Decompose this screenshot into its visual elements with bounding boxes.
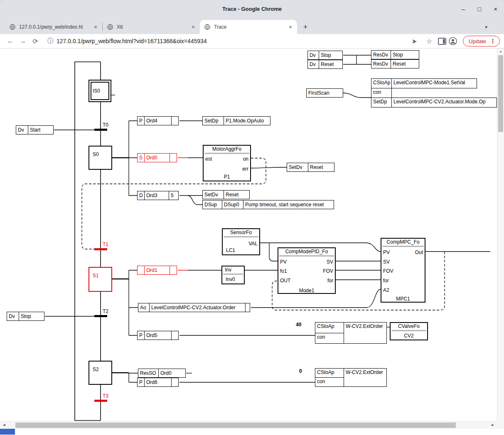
horizontal-scroll-thumb[interactable] <box>15 423 456 428</box>
block-compmpc-fo[interactable]: CompMPC_Fo PV SV FOV for A2 Out MPC1 <box>381 238 425 303</box>
block-separator <box>204 153 249 154</box>
vertical-scroll-thumb[interactable] <box>498 55 503 132</box>
transition-t2[interactable] <box>94 315 107 317</box>
block-inv[interactable]: Inv Inv0 <box>221 266 245 284</box>
reload-icon[interactable]: ⟳ <box>29 37 42 45</box>
action-box-ord0-active[interactable]: S Ord0 <box>137 153 177 162</box>
cell: P1.Mode.OpAuto <box>224 116 270 125</box>
cstoap-top-row0[interactable]: CStoAp <box>371 78 392 88</box>
title-bar: Trace - Google Chrome – □ × <box>0 0 504 17</box>
profile-avatar-icon[interactable] <box>449 37 457 45</box>
cstoap0-value[interactable]: W-CV2.ExtOrder <box>344 368 387 387</box>
cell-empty <box>171 116 179 125</box>
transition-t3-active[interactable] <box>94 400 107 402</box>
update-button[interactable]: Update ⋮ <box>463 36 500 46</box>
action-box-resdv-stop[interactable]: ResDv Stop <box>371 50 419 59</box>
tab-label: Trace <box>214 24 284 30</box>
cstoap-top-val0[interactable]: LevelControlMPC-Mode1.SetVal <box>391 78 477 88</box>
horizontal-scrollbar[interactable]: ◀ ▶ <box>0 421 497 429</box>
close-icon[interactable]: × <box>494 5 497 12</box>
step-s2[interactable]: S2 <box>89 361 112 385</box>
action-box-ord3[interactable]: D Ord3 5 <box>137 191 179 200</box>
page-info-icon[interactable]: ⓘ <box>47 37 53 45</box>
cell: Stop <box>391 50 419 59</box>
cell-empty <box>170 153 177 162</box>
cstoap0-row1[interactable]: con <box>315 377 344 387</box>
tab-label: 127.0.0.1/pwrp_web/index.ht <box>19 24 89 30</box>
cell: Ord5 <box>144 331 172 340</box>
pin-out: Out <box>415 249 423 256</box>
wire <box>269 243 278 261</box>
bottom-strip <box>0 429 504 435</box>
cell: Ord0 <box>158 369 186 378</box>
cell: SetDv <box>287 163 308 172</box>
tab-index[interactable]: 127.0.0.1/pwrp_web/index.ht × <box>5 20 102 34</box>
transition-t0[interactable] <box>94 129 107 131</box>
step-is0[interactable]: IS0 <box>89 80 111 102</box>
tab-trace-active[interactable]: Trace × <box>200 20 297 34</box>
side-panel-icon[interactable] <box>438 38 446 45</box>
cstoap-top-row2[interactable]: SetDp <box>371 98 392 108</box>
pin-on: on <box>243 156 248 162</box>
maximize-icon[interactable]: □ <box>477 5 481 12</box>
kebab-menu-icon[interactable]: ⋮ <box>490 38 496 44</box>
scroll-right-icon[interactable]: ▶ <box>489 422 496 428</box>
url-text[interactable]: 127.0.0.1/pwrp_web/flow.html?vid=1671136… <box>57 38 207 44</box>
cstoap40-row0[interactable]: CStoAp <box>315 322 344 333</box>
cell-empty <box>171 331 179 340</box>
cstoap0-row0[interactable]: CStoAp <box>315 368 344 378</box>
cstoap-top-row1[interactable]: con <box>371 88 392 98</box>
pin-val: VAL <box>248 240 258 247</box>
address-bar[interactable]: ⓘ 127.0.0.1/pwrp_web/flow.html?vid=16711… <box>47 37 408 45</box>
back-icon[interactable]: ← <box>4 37 17 45</box>
action-box-resso[interactable]: ResSO Ord0 <box>138 369 186 378</box>
cstoap40-value[interactable]: W-CV2.ExtOrder <box>344 322 387 344</box>
action-box-ord6[interactable]: P Ord6 <box>137 378 179 387</box>
block-motoraggrfo[interactable]: MotorAggrFo est on err P1 <box>203 145 251 181</box>
block-compmodepid-fo[interactable]: CompModePID_Fo PV fo1 OUT SV FOV for Mod… <box>278 247 336 294</box>
transition-t1-active[interactable] <box>94 248 107 250</box>
tab-close-icon[interactable]: × <box>287 24 294 30</box>
minimize-icon[interactable]: – <box>462 5 465 12</box>
wire <box>129 121 137 196</box>
action-box-ao-order[interactable]: Ao LevelControlMPC-CV2.Actuator.Order <box>138 303 250 312</box>
forward-icon[interactable]: → <box>17 37 29 45</box>
tab-overflow-icon[interactable]: ▾ <box>485 24 487 30</box>
block-cvalvefo[interactable]: CValveFo CV2 <box>390 322 428 340</box>
cond-box-dv-reset[interactable]: Dv Reset <box>307 60 343 69</box>
action-box-setdv-reset2[interactable]: SetDv Reset <box>202 190 250 199</box>
action-box-dsup[interactable]: DSup DSup0 Pump timeout, start sequence … <box>202 200 334 209</box>
cond-box-firstscan[interactable]: FirstScan <box>306 88 343 98</box>
block-title: Inv <box>222 267 244 273</box>
tab-xtt[interactable]: Xtt × <box>103 20 200 34</box>
tab-close-icon[interactable]: × <box>92 24 99 30</box>
cstoap-top-val2[interactable]: LevelControlMPC-CV2.Actuator.Mode.Op <box>391 98 497 108</box>
scroll-up-icon[interactable]: ▲ <box>497 49 504 54</box>
cond-box-dv-start[interactable]: Dv Start <box>16 125 54 134</box>
send-icon[interactable]: ➤ <box>408 37 420 45</box>
step-s0[interactable]: S0 <box>89 146 112 170</box>
cstoap40-row1[interactable]: con <box>315 333 344 344</box>
step-s1-active[interactable]: S1 <box>89 267 112 292</box>
pin-a2: A2 <box>383 287 389 293</box>
globe-favicon-icon <box>9 24 16 30</box>
new-tab-button[interactable]: + <box>300 21 311 33</box>
action-box-ord5[interactable]: P Ord5 <box>137 331 179 340</box>
cell: Ord6 <box>144 378 172 387</box>
block-sensorfo[interactable]: SensorFo VAL LC1 <box>222 228 260 255</box>
bookmark-star-icon[interactable]: ☆ <box>423 37 435 45</box>
cond-box-dv-stop[interactable]: Dv Stop <box>307 51 343 60</box>
scroll-left-icon[interactable]: ◀ <box>1 422 7 428</box>
action-box-setdp[interactable]: SetDp P1.Mode.OpAuto <box>202 116 270 125</box>
flow-trace-canvas: Dv Stop Dv Reset ResDv Stop ResDv Reset … <box>0 49 497 421</box>
action-box-resdv-reset[interactable]: ResDv Reset <box>371 59 419 68</box>
action-box-ord1-active[interactable]: Ord1 <box>137 266 177 275</box>
cond-box-dv-stop-left[interactable]: Dv Stop <box>7 312 44 321</box>
tab-close-icon[interactable]: × <box>190 24 197 30</box>
globe-favicon-icon <box>204 24 211 30</box>
action-box-setdv-reset[interactable]: SetDv Reset <box>287 163 334 172</box>
block-sublabel: P1 <box>204 174 250 180</box>
cell: P <box>137 116 145 125</box>
action-box-ord4[interactable]: P Ord4 <box>137 116 179 125</box>
vertical-scrollbar[interactable]: ▲ ▼ <box>497 49 504 429</box>
